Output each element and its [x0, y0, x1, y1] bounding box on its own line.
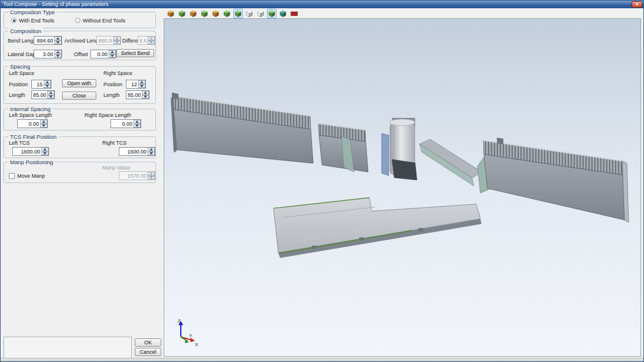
spacing-group: Spacing Left Space Position Length Open …: [4, 66, 156, 104]
window-title: Tool Compose - Setting of phase paramete…: [3, 1, 109, 7]
spin-down-icon[interactable]: [54, 41, 61, 45]
spin-down-icon[interactable]: [134, 124, 141, 128]
3d-viewport[interactable]: Z Y X: [164, 18, 641, 357]
left-tool-beam-model: [171, 93, 313, 164]
middle-tool-segment-model: [318, 123, 368, 172]
radio-icon[interactable]: [75, 18, 80, 23]
left-tcs-spinner[interactable]: [12, 147, 49, 156]
left-tcs-label: Left TCS: [9, 140, 30, 146]
spin-down-icon[interactable]: [54, 54, 61, 58]
manp-value-spinner: [119, 171, 155, 180]
close-icon[interactable]: ✕: [632, 1, 642, 8]
move-manp-checkbox[interactable]: Move Manp: [9, 173, 45, 179]
difference-spinner: [138, 36, 155, 45]
window-bottom-edge: [1, 358, 643, 361]
spin-down-icon[interactable]: [142, 95, 149, 99]
right-space-label: Right Space: [103, 70, 132, 76]
spin-down-icon[interactable]: [44, 84, 51, 89]
spin-down-icon[interactable]: [138, 84, 145, 89]
message-textarea[interactable]: [4, 337, 132, 358]
axis-x-label: X: [195, 342, 199, 347]
parameter-panel: Composition Type With End Tools Without …: [1, 8, 161, 358]
tcs-title: TCS Final Position: [8, 133, 58, 140]
tool-compose-dialog: Tool Compose - Setting of phase paramete…: [0, 0, 644, 362]
wedge-bar-model: [419, 139, 482, 186]
left-length-label: Length: [9, 92, 25, 98]
tool-cube-outline-1-icon[interactable]: [245, 9, 254, 18]
manp-value-label: Manp Value: [102, 165, 130, 171]
spin-down-icon[interactable]: [148, 152, 155, 156]
spacing-title: Spacing: [8, 63, 32, 70]
right-tcs-spinner[interactable]: [119, 147, 155, 156]
axis-triad: Z Y X: [178, 318, 199, 348]
tool-cube-orange-3-icon[interactable]: [211, 9, 220, 18]
spin-down-icon[interactable]: [109, 54, 116, 58]
spin-down-icon[interactable]: [47, 95, 54, 99]
tool-flat-red-icon[interactable]: [290, 9, 299, 18]
tool-cube-green-selected-2-icon[interactable]: [267, 9, 277, 18]
viewport-region: Z Y X: [161, 8, 643, 358]
ok-button[interactable]: OK: [135, 338, 161, 347]
archived-length-spinner: [96, 36, 121, 45]
lateral-gap-label: Lateral Gap: [8, 51, 35, 57]
base-plate-model: [274, 198, 482, 258]
right-position-spinner[interactable]: [126, 80, 146, 89]
axis-z-label: Z: [178, 318, 181, 324]
right-tcs-label: Right TCS: [102, 140, 126, 146]
tool-cube-green-1-icon[interactable]: [177, 9, 187, 18]
tool-cube-green-3-icon[interactable]: [222, 9, 232, 18]
tool-cube-green-2-icon[interactable]: [200, 9, 209, 18]
left-position-spinner[interactable]: [31, 80, 51, 89]
left-length-spinner[interactable]: [31, 90, 55, 99]
checkbox-icon[interactable]: [9, 173, 15, 179]
internal-left-spinner[interactable]: [17, 119, 48, 128]
internal-right-label: Right Space Length: [84, 112, 131, 118]
manp-title: Manp Positioning: [8, 159, 55, 165]
titlebar[interactable]: Tool Compose - Setting of phase paramete…: [1, 1, 643, 8]
bend-length-spinner[interactable]: [34, 36, 62, 45]
internal-spacing-group: Internal Spacing Left Space Length Right…: [4, 109, 156, 131]
tool-cube-orange-2-icon[interactable]: [188, 9, 198, 18]
spin-down-icon: [148, 41, 155, 45]
offset-label: Offset: [74, 51, 88, 57]
composition-type-title: Composition Type: [8, 9, 57, 15]
with-end-tools-radio[interactable]: With End Tools: [11, 18, 54, 24]
spin-down-icon[interactable]: [41, 152, 48, 156]
composition-type-group: Composition Type With End Tools Without …: [4, 12, 156, 28]
viewport-toolbar: [166, 8, 299, 18]
composition-title: Composition: [8, 28, 43, 34]
right-length-label: Length: [103, 92, 120, 98]
select-bend-button[interactable]: Select Bend: [116, 49, 154, 57]
internal-left-label: Left Space Length: [9, 112, 52, 118]
radio-icon[interactable]: [11, 18, 17, 23]
internal-right-spinner[interactable]: [110, 119, 141, 128]
left-space-label: Left Space: [9, 70, 34, 76]
spin-down-icon[interactable]: [40, 124, 47, 128]
left-position-label: Position: [9, 81, 28, 87]
axis-y-label: Y: [189, 333, 193, 338]
offset-spinner[interactable]: [90, 50, 116, 58]
lateral-gap-spinner[interactable]: [34, 50, 62, 58]
tool-cube-outline-2-icon[interactable]: [256, 9, 265, 18]
right-tool-beam-model: [477, 138, 629, 222]
tcs-final-position-group: TCS Final Position Left TCS Right TCS: [4, 136, 156, 158]
spin-down-icon: [113, 41, 121, 45]
composition-group: Composition Bend Length Archived Length …: [4, 31, 156, 60]
internal-spacing-title: Internal Spacing: [8, 106, 53, 112]
manp-positioning-group: Manp Positioning Move Manp Manp Value: [4, 162, 156, 183]
center-column-model: [382, 118, 417, 180]
tool-cube-teal-icon[interactable]: [278, 9, 288, 18]
right-length-spinner[interactable]: [126, 90, 149, 99]
right-position-label: Position: [103, 81, 122, 87]
cancel-button[interactable]: Cancel: [135, 348, 161, 356]
without-end-tools-radio[interactable]: Without End Tools: [75, 18, 125, 24]
spin-down-icon: [148, 176, 155, 180]
tool-cube-green-selected-1-icon[interactable]: [233, 9, 243, 18]
close-button[interactable]: Close: [62, 92, 96, 100]
tool-cube-orange-1-icon[interactable]: [166, 9, 175, 18]
cad-model-scene: Z Y X: [164, 19, 640, 356]
open-with-button[interactable]: Open with: [62, 79, 96, 87]
